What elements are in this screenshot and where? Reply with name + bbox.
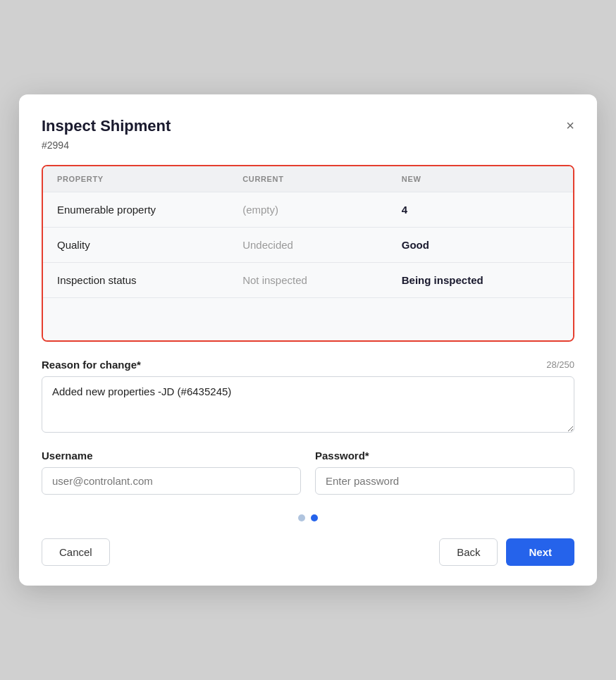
modal-footer: Cancel Back Next — [42, 538, 574, 566]
header-property: PROPERTY — [43, 166, 228, 192]
dot-1 — [298, 514, 305, 521]
cell-new: Being inspected — [388, 263, 573, 298]
username-input[interactable] — [42, 467, 301, 495]
reason-textarea[interactable] — [42, 376, 574, 433]
username-group: Username — [42, 450, 301, 495]
table-row: Inspection statusNot inspectedBeing insp… — [43, 263, 573, 298]
pagination-dots — [42, 514, 574, 521]
password-label: Password* — [315, 450, 574, 462]
table-row: QualityUndecidedGood — [43, 228, 573, 263]
cell-property: Quality — [43, 228, 228, 263]
header-current: CURRENT — [228, 166, 388, 192]
header-new: NEW — [388, 166, 573, 192]
footer-right: Back Next — [439, 538, 574, 566]
next-button[interactable]: Next — [506, 538, 574, 566]
cell-property: Enumerable property — [43, 192, 228, 228]
table-header-row: PROPERTY CURRENT NEW — [43, 166, 573, 192]
reason-label: Reason for change* — [42, 359, 141, 371]
credentials-row: Username Password* — [42, 450, 574, 495]
cell-new: 4 — [388, 192, 573, 228]
modal-title: Inspect Shipment — [42, 117, 171, 135]
modal-dialog: Inspect Shipment × #2994 PROPERTY CURREN… — [19, 94, 597, 586]
char-count: 28/250 — [546, 359, 574, 370]
password-group: Password* — [315, 450, 574, 495]
cell-current: Not inspected — [228, 263, 388, 298]
table-empty-spacer — [43, 298, 573, 340]
cancel-button[interactable]: Cancel — [42, 538, 110, 566]
cell-current: Undecided — [228, 228, 388, 263]
reason-section-header: Reason for change* 28/250 — [42, 359, 574, 371]
modal-header: Inspect Shipment × — [42, 117, 574, 135]
username-label: Username — [42, 450, 301, 462]
table-row: Enumerable property(empty)4 — [43, 192, 573, 228]
back-button[interactable]: Back — [439, 538, 498, 566]
changes-table-container: PROPERTY CURRENT NEW Enumerable property… — [42, 165, 574, 342]
password-input[interactable] — [315, 467, 574, 495]
cell-property: Inspection status — [43, 263, 228, 298]
modal-overlay: Inspect Shipment × #2994 PROPERTY CURREN… — [0, 0, 616, 680]
cell-current: (empty) — [228, 192, 388, 228]
dot-2 — [311, 514, 318, 521]
close-button[interactable]: × — [566, 118, 574, 132]
cell-new: Good — [388, 228, 573, 263]
changes-table: PROPERTY CURRENT NEW Enumerable property… — [43, 166, 573, 340]
modal-subtitle: #2994 — [42, 140, 574, 151]
